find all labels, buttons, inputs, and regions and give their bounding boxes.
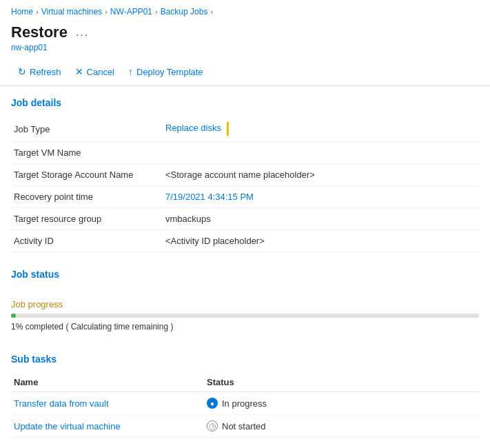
subtask-status-text: In progress xyxy=(222,398,267,409)
job-detail-row: Recovery point time7/19/2021 4:34:15 PM xyxy=(11,186,479,208)
progress-bar-fill xyxy=(11,314,16,318)
job-detail-value xyxy=(163,142,479,164)
refresh-label: Refresh xyxy=(30,67,61,77)
toolbar: ↻ Refresh ✕ Cancel ↑ Deploy Template xyxy=(0,58,490,86)
subtasks-col-status: Status xyxy=(204,373,479,392)
more-options-button[interactable]: ... xyxy=(73,26,92,39)
subtask-status: ●In progress xyxy=(204,392,479,415)
subtask-status: ◷Not started xyxy=(204,415,479,438)
job-details-section: Job details Job TypeReplace disksTarget … xyxy=(0,86,490,258)
job-detail-row: Activity ID<Activity ID placeholder> xyxy=(11,230,479,252)
progress-text: 1% completed ( Calculating time remainin… xyxy=(11,322,479,332)
subtasks-section: Sub tasks Name Status Transfer data from… xyxy=(0,343,490,443)
subtask-status-text: Not started xyxy=(222,421,266,431)
breadcrumb-backup-jobs[interactable]: Backup Jobs xyxy=(161,7,208,17)
breadcrumb-home[interactable]: Home xyxy=(11,7,33,17)
in-progress-icon: ● xyxy=(207,398,218,409)
job-detail-row: Target resource groupvmbackups xyxy=(11,208,479,230)
job-detail-label: Target VM Name xyxy=(11,142,163,164)
deploy-icon: ↑ xyxy=(128,66,133,77)
subtask-name: Transfer data from vault xyxy=(11,392,204,415)
job-detail-row: Job TypeReplace disks xyxy=(11,116,479,142)
progress-section: Job progress 1% completed ( Calculating … xyxy=(0,294,490,343)
job-details-title: Job details xyxy=(11,97,479,108)
job-detail-value: 7/19/2021 4:34:15 PM xyxy=(163,186,479,208)
job-detail-value: <Storage account name placeholder> xyxy=(163,164,479,186)
deploy-label: Deploy Template xyxy=(136,67,203,77)
job-detail-row: Target Storage Account Name<Storage acco… xyxy=(11,164,479,186)
breadcrumb-nw-app01[interactable]: NW-APP01 xyxy=(110,7,152,17)
cancel-icon: ✕ xyxy=(75,66,83,77)
subtasks-col-name: Name xyxy=(11,373,204,392)
refresh-icon: ↻ xyxy=(18,66,26,77)
subtasks-table: Name Status Transfer data from vault●In … xyxy=(11,373,479,438)
job-detail-row: Target VM Name xyxy=(11,142,479,164)
job-detail-label: Target resource group xyxy=(11,208,163,230)
progress-bar-bg xyxy=(11,314,479,318)
subtasks-title: Sub tasks xyxy=(11,354,479,365)
not-started-icon: ◷ xyxy=(207,420,218,431)
deploy-template-button[interactable]: ↑ Deploy Template xyxy=(121,63,210,80)
job-detail-label: Target Storage Account Name xyxy=(11,164,163,186)
job-detail-label: Job Type xyxy=(11,116,163,142)
job-status-title: Job status xyxy=(11,269,479,280)
subtask-name: Update the virtual machine xyxy=(11,415,204,438)
job-detail-value: Replace disks xyxy=(163,116,479,142)
job-detail-label: Recovery point time xyxy=(11,186,163,208)
refresh-button[interactable]: ↻ Refresh xyxy=(11,63,68,80)
page-header: Restore ... nw-app01 xyxy=(0,21,490,58)
yellow-indicator xyxy=(227,122,229,136)
page-subtitle: nw-app01 xyxy=(11,43,479,52)
subtask-row: Transfer data from vault●In progress xyxy=(11,392,479,415)
job-detail-value: vmbackups xyxy=(163,208,479,230)
cancel-label: Cancel xyxy=(87,67,114,77)
breadcrumb-virtual-machines[interactable]: Virtual machines xyxy=(41,7,103,17)
page-title: Restore xyxy=(11,23,68,41)
job-detail-label: Activity ID xyxy=(11,230,163,252)
subtask-row: Update the virtual machine◷Not started xyxy=(11,415,479,438)
job-detail-value: <Activity ID placeholder> xyxy=(163,230,479,252)
breadcrumb: Home › Virtual machines › NW-APP01 › Bac… xyxy=(0,0,490,21)
cancel-button[interactable]: ✕ Cancel xyxy=(68,63,121,80)
progress-label: Job progress xyxy=(11,299,479,309)
job-status-section: Job status xyxy=(0,258,490,294)
job-details-table: Job TypeReplace disksTarget VM NameTarge… xyxy=(11,116,479,252)
